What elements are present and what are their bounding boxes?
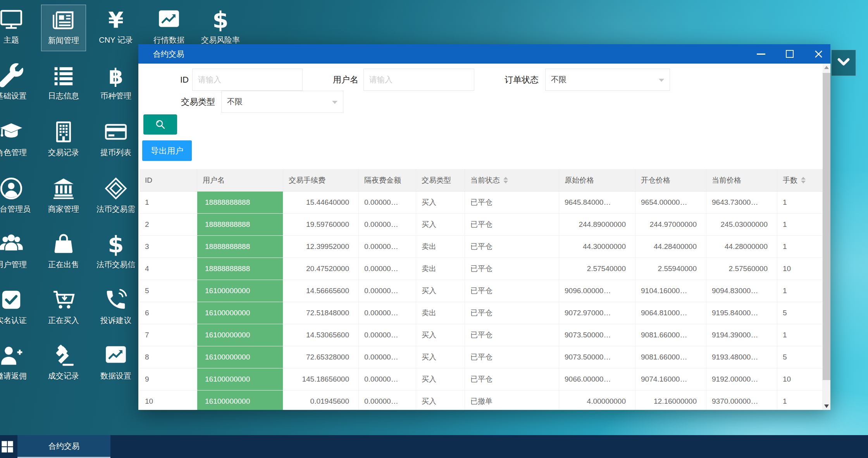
cell-id: 1: [140, 192, 197, 213]
table-row[interactable]: 61610000000072.518480000.00000…卖出已平仓9072…: [140, 302, 823, 324]
column-header-label: 用户名: [203, 175, 225, 185]
desktop-icon-label: 交易记录: [48, 147, 79, 158]
bank-icon: [52, 176, 76, 200]
cell-username: 16100000000: [197, 368, 283, 390]
trade-type-select[interactable]: 不限: [221, 91, 343, 113]
window-titlebar[interactable]: 合约交易: [138, 44, 830, 64]
column-header-trade-type: 交易类型: [416, 169, 465, 191]
username-field-label: 用户名: [312, 69, 358, 91]
desktop-icon-news[interactable]: 新闻管理: [41, 5, 86, 51]
column-header-username: 用户名: [197, 169, 283, 191]
desktop-icon-chart[interactable]: 数据设置: [93, 340, 138, 387]
chevron-down-icon: [837, 58, 850, 68]
table-row[interactable]: 21888888888819.597600000.00000…买入已平仓244.…: [140, 214, 823, 236]
sort-icon[interactable]: [503, 177, 508, 183]
cell-trade-type: 卖出: [416, 302, 465, 324]
contract-trade-window: 合约交易 ID 用户名 订单状态 不限 交易类型 不限: [138, 44, 830, 410]
cell-current-price: 9094.83000…: [706, 280, 777, 302]
id-input[interactable]: [192, 69, 303, 91]
table-row[interactable]: 51610000000014.566656000.00000…买入已平仓9096…: [140, 280, 823, 302]
table-row[interactable]: 31888888888812.399520000.00000…卖出已平仓44.3…: [140, 236, 823, 258]
cell-original-price: 44.30000000: [559, 236, 636, 258]
cell-overnight-fee: 0.00000…: [359, 214, 416, 235]
desktop-icon-bank[interactable]: 商家管理: [41, 174, 86, 220]
cell-original-price: 9072.97000…: [559, 302, 636, 324]
order-status-select[interactable]: 不限: [545, 69, 670, 91]
cell-current-price: 9192.00000…: [706, 368, 777, 390]
desktop-icon-label: 币种管理: [100, 91, 131, 101]
minimize-icon: [757, 54, 765, 55]
chevron-down-icon: [332, 101, 338, 104]
username-input[interactable]: [363, 69, 474, 91]
desktop-icon-monitor[interactable]: 主题: [0, 5, 34, 51]
desktop-icon-yen[interactable]: ¥CNY 记录: [93, 5, 138, 51]
column-header-status: 当前状态: [465, 169, 559, 191]
maximize-button[interactable]: [781, 44, 799, 64]
cell-original-price: 9645.84000…: [559, 192, 636, 213]
desktop-icon-building[interactable]: 交易记录: [41, 117, 86, 164]
desktop-icon-gradcap[interactable]: 角色管理: [0, 117, 34, 164]
cell-status: 已平仓: [465, 236, 559, 258]
table-row[interactable]: 10161000000000.019456000.00000…买入已撤单4.00…: [140, 391, 823, 410]
desktop-icon-gavel[interactable]: 成交记录: [41, 340, 86, 387]
cell-open-price: 2.55940000: [636, 258, 706, 280]
table-row[interactable]: 916100000000145.186560000.00000…买入已平仓906…: [140, 368, 823, 391]
column-header-label: 手数: [783, 175, 797, 185]
window-title: 合约交易: [153, 44, 184, 64]
taskbar-item-contract-trade[interactable]: 合约交易: [17, 435, 110, 458]
cell-lots: 1: [777, 192, 823, 213]
cell-original-price: 2.57540000: [559, 258, 636, 280]
desktop-icon-users[interactable]: 用户管理: [0, 229, 34, 276]
scroll-up-button[interactable]: [823, 64, 830, 71]
cell-current-price: 44.28000000: [706, 236, 777, 258]
start-button[interactable]: [0, 435, 17, 458]
desktop-icon-gem[interactable]: 法币交易需: [93, 174, 138, 220]
close-button[interactable]: [809, 44, 827, 64]
desktop-icon-label: 正在出售: [48, 259, 79, 270]
desktop-icon-cart[interactable]: 正在买入: [41, 285, 86, 332]
table-row[interactable]: 71610000000014.530656000.00000…买入已平仓9073…: [140, 324, 823, 346]
desktop-icon-label: 交易风险率: [201, 35, 240, 45]
bag-icon: [52, 232, 76, 256]
minimize-button[interactable]: [752, 44, 770, 64]
svg-text:$: $: [108, 232, 124, 256]
cell-overnight-fee: 0.00000…: [359, 236, 416, 258]
table-row[interactable]: 41888888888820.475200000.00000…卖出已平仓2.57…: [140, 258, 823, 280]
desktop-icon-user-circle[interactable]: 后台管理员: [0, 174, 34, 220]
cell-overnight-fee: 0.00000…: [359, 258, 416, 280]
column-header-label: ID: [145, 176, 152, 185]
cell-fee: 14.56665600: [283, 280, 359, 302]
building-icon: [52, 120, 76, 144]
desktop-icon-label: 投诉建议: [100, 315, 131, 326]
table-row[interactable]: 81610000000072.653280000.00000…买入已平仓9073…: [140, 346, 823, 368]
desktop-icon-label: 法币交易信: [96, 259, 135, 270]
scroll-down-button[interactable]: [823, 402, 830, 410]
desktop-icon-wrench[interactable]: 基础设置: [0, 60, 34, 107]
desktop-icon-phone[interactable]: 投诉建议: [93, 285, 138, 332]
desktop-icon-dollar[interactable]: $法币交易信: [93, 229, 138, 276]
cell-id: 2: [140, 214, 197, 235]
desktop-icon-label: 正在买入: [48, 315, 79, 326]
scrollbar-thumb[interactable]: [823, 73, 830, 380]
sort-icon[interactable]: [801, 177, 806, 183]
users-icon: [0, 232, 23, 256]
desktop-icon-label: 主题: [3, 35, 19, 45]
cell-trade-type: 买入: [416, 192, 465, 213]
desktop-overflow-button[interactable]: [831, 50, 856, 76]
cell-status: 已平仓: [465, 346, 559, 368]
desktop-icon-bag[interactable]: 正在出售: [41, 229, 86, 276]
desktop-icon-card[interactable]: 提币列表: [93, 117, 138, 164]
cell-current-price: 9370.00000…: [706, 391, 777, 410]
search-button[interactable]: [143, 114, 177, 135]
desktop-icon-user-plus[interactable]: 邀请返佣: [0, 340, 34, 387]
cell-current-price: 9643.73000…: [706, 192, 777, 213]
chart-icon: [104, 343, 128, 367]
scrollbar-track[interactable]: [823, 64, 830, 410]
export-users-button[interactable]: 导出用户: [142, 140, 192, 161]
table-row[interactable]: 11888888888815.446400000.00000…买入已平仓9645…: [140, 192, 823, 214]
desktop-icon-check[interactable]: 实名认证: [0, 285, 34, 332]
desktop-icon-bitcoin[interactable]: ฿币种管理: [93, 60, 138, 107]
cell-status: 已平仓: [465, 258, 559, 280]
desktop-icon-list[interactable]: 日志信息: [41, 60, 86, 107]
gem-icon: [104, 176, 128, 200]
